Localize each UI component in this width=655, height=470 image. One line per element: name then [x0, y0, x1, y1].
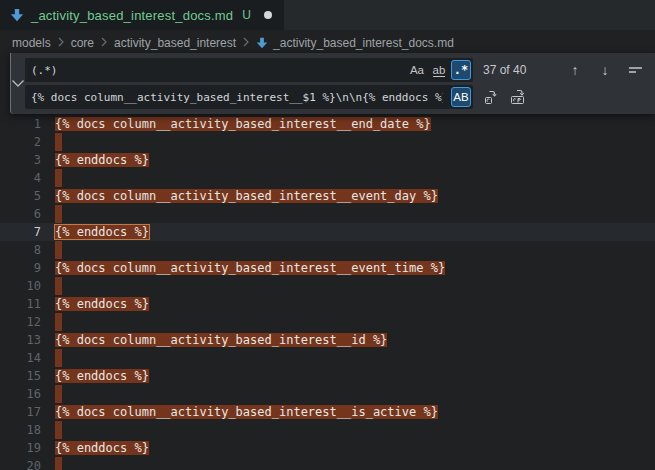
- find-input[interactable]: [25, 58, 405, 82]
- code-line[interactable]: 20: [0, 457, 655, 470]
- tab-bar: _activity_based_interest_docs.md U: [0, 0, 655, 30]
- code-line[interactable]: 16: [0, 385, 655, 403]
- whole-word-label: ab: [433, 64, 446, 77]
- code-line[interactable]: 1{% docs column__activity_based_interest…: [0, 115, 655, 133]
- line-number[interactable]: 16: [0, 385, 41, 403]
- replace-button[interactable]: [481, 87, 501, 107]
- replace-input-box: AB: [25, 85, 473, 109]
- line-number[interactable]: 17: [0, 403, 41, 421]
- code-line[interactable]: 5{% docs column__activity_based_interest…: [0, 187, 655, 205]
- line-content: [55, 169, 62, 187]
- find-match-highlight: {% enddocs %}: [55, 369, 149, 383]
- find-in-selection-button[interactable]: [625, 60, 645, 80]
- previous-match-button[interactable]: ↑: [565, 60, 585, 80]
- breadcrumb-item-models[interactable]: models: [12, 36, 51, 50]
- tab-filename: _activity_based_interest_docs.md: [31, 8, 233, 23]
- markdown-file-icon: [256, 37, 268, 49]
- line-content: {% enddocs %}: [55, 151, 149, 169]
- line-number[interactable]: 8: [0, 241, 41, 259]
- replace-row: AB: [25, 85, 655, 109]
- line-content: [55, 421, 62, 439]
- line-number[interactable]: 4: [0, 169, 41, 187]
- code-line[interactable]: 18: [0, 421, 655, 439]
- line-number[interactable]: 5: [0, 187, 41, 205]
- code-line[interactable]: 4: [0, 169, 655, 187]
- line-content: [55, 133, 62, 151]
- line-number[interactable]: 11: [0, 295, 41, 313]
- code-line[interactable]: 15{% enddocs %}: [0, 367, 655, 385]
- line-content: {% enddocs %}: [55, 439, 149, 457]
- code-line[interactable]: 3{% enddocs %}: [0, 151, 655, 169]
- line-number[interactable]: 1: [0, 115, 41, 133]
- unsaved-changes-dot[interactable]: [264, 11, 272, 19]
- find-match-highlight: [55, 133, 62, 151]
- code-line[interactable]: 12: [0, 313, 655, 331]
- replace-input[interactable]: [25, 85, 449, 109]
- next-match-button[interactable]: ↓: [595, 60, 615, 80]
- line-number[interactable]: 18: [0, 421, 41, 439]
- find-match-highlight: [55, 349, 62, 367]
- replace-all-button[interactable]: [508, 87, 528, 107]
- breadcrumb-item-core[interactable]: core: [71, 36, 94, 50]
- code-line[interactable]: 11{% enddocs %}: [0, 295, 655, 313]
- chevron-right-icon: [100, 37, 108, 47]
- chevron-down-icon: [11, 79, 25, 88]
- code-line[interactable]: 10: [0, 277, 655, 295]
- line-content: {% enddocs %}: [55, 295, 149, 313]
- line-number[interactable]: 9: [0, 259, 41, 277]
- find-match-highlight: {% docs column__activity_based_interest_…: [55, 405, 438, 419]
- line-number[interactable]: 7: [0, 223, 41, 241]
- code-line[interactable]: 14: [0, 349, 655, 367]
- line-content: {% docs column__activity_based_interest_…: [55, 331, 387, 349]
- line-content: {% enddocs %}: [55, 223, 149, 241]
- arrow-up-icon: ↑: [572, 62, 579, 78]
- find-match-highlight: [55, 421, 62, 439]
- find-replace-widget: Aa ab .* 37 of 40 ↑ ↓: [10, 53, 655, 114]
- code-line[interactable]: 6: [0, 205, 655, 223]
- replace-icon: [483, 89, 499, 105]
- line-number[interactable]: 15: [0, 367, 41, 385]
- find-match-highlight: {% docs column__activity_based_interest_…: [55, 261, 445, 275]
- line-content: {% docs column__activity_based_interest_…: [55, 187, 438, 205]
- breadcrumb: models core activity_based_interest _act…: [0, 30, 655, 55]
- editor-content[interactable]: 1{% docs column__activity_based_interest…: [0, 115, 655, 470]
- find-match-highlight: [55, 241, 62, 259]
- preserve-case-button[interactable]: AB: [451, 87, 471, 107]
- find-in-selection-icon: [628, 65, 643, 75]
- line-content: [55, 241, 62, 259]
- find-match-highlight: {% enddocs %}: [55, 297, 149, 311]
- code-line[interactable]: 8: [0, 241, 655, 259]
- git-status-badge: U: [242, 8, 251, 22]
- code-line[interactable]: 17{% docs column__activity_based_interes…: [0, 403, 655, 421]
- chevron-right-icon: [242, 37, 250, 47]
- regex-button[interactable]: .*: [451, 60, 471, 80]
- breadcrumb-filename: _activity_based_interest_docs.md: [273, 36, 454, 50]
- code-line[interactable]: 7{% enddocs %}: [0, 223, 655, 241]
- find-match-highlight: [55, 277, 62, 295]
- line-number[interactable]: 20: [0, 457, 41, 470]
- find-match-highlight: {% docs column__activity_based_interest_…: [55, 189, 438, 203]
- code-line[interactable]: 13{% docs column__activity_based_interes…: [0, 331, 655, 349]
- match-count: 37 of 40: [483, 63, 543, 77]
- find-match-highlight: {% docs column__activity_based_interest_…: [55, 117, 431, 131]
- line-number[interactable]: 13: [0, 331, 41, 349]
- line-number[interactable]: 6: [0, 205, 41, 223]
- line-number[interactable]: 19: [0, 439, 41, 457]
- toggle-replace-button[interactable]: [11, 58, 25, 109]
- code-line[interactable]: 19{% enddocs %}: [0, 439, 655, 457]
- breadcrumb-item-file[interactable]: _activity_based_interest_docs.md: [256, 36, 454, 50]
- code-line[interactable]: 2: [0, 133, 655, 151]
- whole-word-button[interactable]: ab: [429, 60, 449, 80]
- line-content: [55, 277, 62, 295]
- tab-active-file[interactable]: _activity_based_interest_docs.md U: [0, 0, 284, 30]
- line-number[interactable]: 10: [0, 277, 41, 295]
- line-number[interactable]: 14: [0, 349, 41, 367]
- code-line[interactable]: 9{% docs column__activity_based_interest…: [0, 259, 655, 277]
- line-number[interactable]: 12: [0, 313, 41, 331]
- match-case-button[interactable]: Aa: [407, 60, 427, 80]
- line-number[interactable]: 3: [0, 151, 41, 169]
- breadcrumb-item-activity-based-interest[interactable]: activity_based_interest: [114, 36, 236, 50]
- find-match-highlight: [55, 457, 62, 470]
- line-number[interactable]: 2: [0, 133, 41, 151]
- line-content: {% docs column__activity_based_interest_…: [55, 115, 431, 133]
